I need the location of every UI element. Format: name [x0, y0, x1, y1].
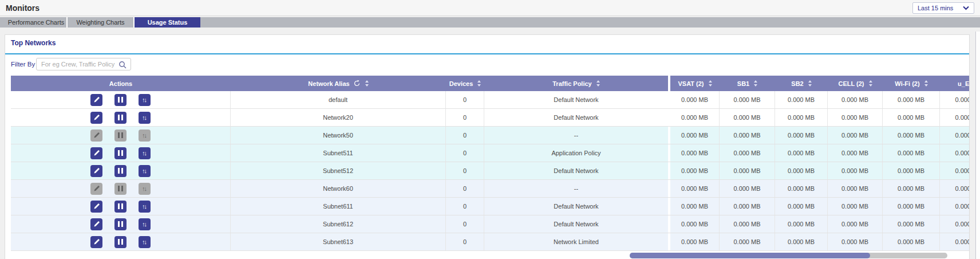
network-alias-cell: Subnet512 [231, 162, 446, 179]
usage-cell-ueth: 0.000 MB [940, 127, 969, 144]
traffic-policy-cell: Application Policy [484, 144, 668, 162]
edit-button[interactable] [90, 147, 102, 159]
pencil-icon [93, 221, 100, 227]
column-header-devices[interactable]: Devices [446, 76, 484, 91]
reorder-button[interactable]: ↑↓ [139, 183, 151, 195]
horizontal-scrollbar-thumb[interactable] [630, 253, 870, 258]
pencil-icon [93, 132, 100, 139]
reorder-button[interactable]: ↑↓ [139, 236, 151, 248]
time-range-dropdown[interactable]: Last 15 mins [912, 2, 974, 14]
pause-icon [117, 203, 124, 209]
column-header-ueth[interactable]: u_Et [940, 76, 969, 91]
devices-cell: 0 [446, 215, 484, 233]
column-header-vsat[interactable]: VSAT (2) [668, 76, 720, 91]
usage-cell-wifi: 0.000 MB [883, 180, 940, 197]
refresh-icon[interactable] [353, 80, 361, 87]
reorder-button[interactable]: ↑↓ [139, 165, 151, 177]
reorder-button[interactable]: ↑↓ [139, 130, 151, 142]
pause-button[interactable] [114, 218, 127, 230]
up-down-arrows-icon: ↑↓ [142, 132, 147, 139]
up-down-arrows-icon: ↑↓ [142, 186, 147, 192]
sort-carets-icon[interactable] [754, 80, 757, 87]
column-header-sb1[interactable]: SB1 [720, 76, 775, 91]
vertical-scrollbar[interactable] [975, 32, 980, 259]
pause-button[interactable] [114, 147, 127, 159]
column-header-traffic-policy[interactable]: Traffic Policy [484, 76, 668, 91]
tab-usage-status[interactable]: Usage Status [135, 17, 200, 28]
search-icon[interactable] [118, 61, 127, 69]
edit-button[interactable] [90, 112, 102, 124]
table-row: ↑↓ Subnet613 0 Network Limited 0.000 MB … [11, 233, 969, 251]
reorder-button[interactable]: ↑↓ [139, 218, 151, 230]
pause-button[interactable] [114, 183, 127, 195]
column-label: Wi-Fi (2) [895, 80, 919, 87]
usage-cell-sb2: 0.000 MB [775, 233, 828, 250]
devices-cell: 0 [446, 162, 484, 179]
sort-carets-icon[interactable] [596, 80, 600, 87]
usage-cell-vsat: 0.000 MB [668, 127, 720, 144]
edit-button[interactable] [90, 183, 102, 195]
column-header-sb2[interactable]: SB2 [775, 76, 828, 91]
sort-carets-icon[interactable] [477, 80, 481, 87]
pause-icon [117, 97, 124, 103]
up-down-arrows-icon: ↑↓ [142, 115, 147, 121]
tab-performance-charts[interactable]: Performance Charts [6, 17, 68, 28]
sort-carets-icon[interactable] [869, 80, 872, 87]
actions-cell: ↑↓ [11, 144, 231, 162]
pencil-icon [93, 203, 100, 210]
filter-input[interactable] [36, 58, 131, 70]
usage-cell-sb1: 0.000 MB [720, 215, 775, 233]
networks-table: Actions Network Alias Devices Traffic Po… [11, 76, 969, 251]
usage-cell-vsat: 0.000 MB [668, 215, 720, 233]
network-alias-cell: default [231, 91, 446, 108]
edit-button[interactable] [90, 201, 102, 213]
edit-button[interactable] [90, 165, 102, 177]
tab-weighting-charts[interactable]: Weighting Charts [68, 17, 135, 28]
table-header: Actions Network Alias Devices Traffic Po… [11, 76, 969, 91]
usage-cell-sb1: 0.000 MB [720, 233, 775, 250]
column-header-wifi[interactable]: Wi-Fi (2) [883, 76, 940, 91]
table-row: ↑↓ Subnet511 0 Application Policy 0.000 … [11, 144, 969, 162]
table-row: ↑↓ Subnet612 0 Default Network 0.000 MB … [11, 215, 969, 233]
usage-cell-ueth: 0.000 MB [940, 162, 969, 179]
usage-cell-sb1: 0.000 MB [720, 162, 775, 179]
usage-cell-sb1: 0.000 MB [720, 144, 775, 162]
pause-button[interactable] [114, 112, 127, 124]
edit-button[interactable] [90, 94, 102, 106]
usage-cell-ueth: 0.000 MB [940, 198, 969, 215]
pause-button[interactable] [114, 130, 127, 142]
sort-carets-icon[interactable] [808, 80, 812, 87]
traffic-policy-cell: Default Network [484, 91, 668, 108]
reorder-button[interactable]: ↑↓ [139, 147, 151, 159]
edit-button[interactable] [90, 236, 102, 248]
column-header-cell[interactable]: CELL (2) [828, 76, 883, 91]
traffic-policy-cell: Default Network [484, 109, 668, 126]
pause-button[interactable] [114, 201, 127, 213]
table-body: ↑↓ default 0 Default Network 0.000 MB 0.… [11, 91, 969, 251]
sort-carets-icon[interactable] [709, 80, 712, 87]
reorder-button[interactable]: ↑↓ [139, 94, 151, 106]
usage-cell-cell: 0.000 MB [828, 233, 883, 250]
pause-icon [117, 115, 124, 120]
devices-cell: 0 [446, 180, 484, 197]
pause-button[interactable] [114, 236, 127, 248]
usage-cell-vsat: 0.000 MB [668, 144, 720, 162]
pause-icon [117, 221, 124, 227]
table-row: ↑↓ default 0 Default Network 0.000 MB 0.… [11, 91, 969, 109]
edit-button[interactable] [90, 218, 102, 230]
column-header-network-alias[interactable]: Network Alias [231, 76, 446, 91]
usage-cell-cell: 0.000 MB [828, 144, 883, 162]
pause-button[interactable] [114, 165, 127, 177]
usage-cell-cell: 0.000 MB [828, 91, 883, 108]
up-down-arrows-icon: ↑↓ [142, 150, 147, 156]
column-label: Network Alias [308, 80, 349, 87]
reorder-button[interactable]: ↑↓ [139, 112, 151, 124]
reorder-button[interactable]: ↑↓ [139, 201, 151, 213]
pencil-icon [93, 150, 100, 156]
traffic-policy-cell: Default Network [484, 162, 668, 179]
horizontal-scrollbar[interactable] [630, 253, 947, 258]
sort-carets-icon[interactable] [924, 80, 928, 87]
edit-button[interactable] [90, 130, 102, 142]
sort-carets-icon[interactable] [365, 80, 369, 87]
pause-button[interactable] [114, 94, 127, 106]
